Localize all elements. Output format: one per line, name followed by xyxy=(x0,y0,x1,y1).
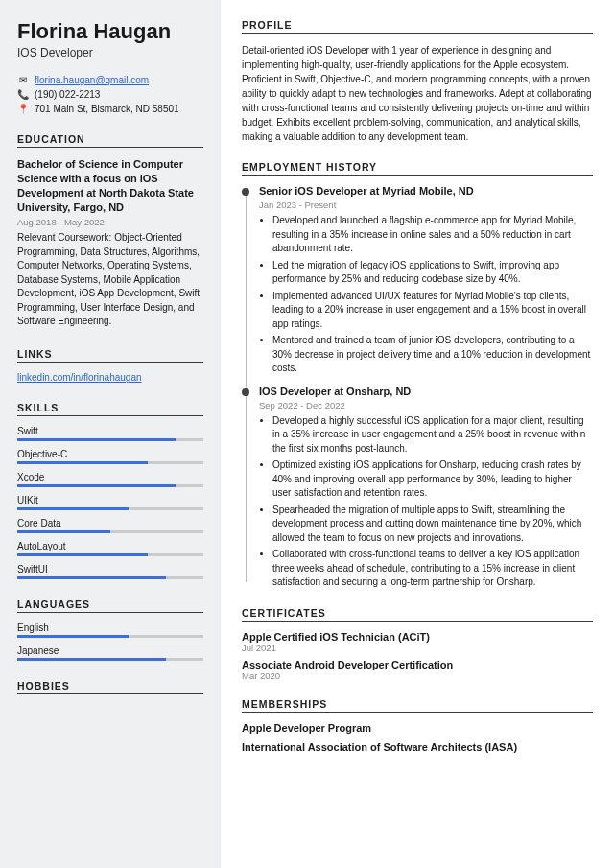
divider xyxy=(242,712,593,713)
heading-links: Links xyxy=(17,348,203,360)
skill-bar-track xyxy=(17,553,203,556)
skill-name: UIKit xyxy=(17,495,203,507)
skill-bar-track xyxy=(17,635,203,638)
skill-name: Xcode xyxy=(17,472,203,484)
profile-section: Profile Detail-oriented iOS Developer wi… xyxy=(242,19,593,144)
skill-bar-track xyxy=(17,658,203,661)
skill-bar-fill xyxy=(17,553,148,556)
timeline-dot-icon xyxy=(242,188,249,196)
email-link[interactable]: florina.haugan@gmail.com xyxy=(35,75,149,85)
heading-education: Education xyxy=(17,133,203,145)
skill-row: AutoLayout xyxy=(17,541,203,556)
job-entry: IOS Developer at Onsharp, NDSep 2022 - D… xyxy=(242,386,593,590)
skill-bar-fill xyxy=(17,438,176,441)
skill-bar-fill xyxy=(17,484,176,487)
job-bullet: Developed and launched a flagship e-comm… xyxy=(272,214,593,256)
skill-row: Xcode xyxy=(17,472,203,487)
skill-bar-fill xyxy=(17,658,166,661)
divider xyxy=(17,147,203,148)
certificate-title: Associate Android Developer Certificatio… xyxy=(242,659,593,670)
divider xyxy=(17,415,203,416)
skill-name: English xyxy=(17,622,203,635)
skill-bar-fill xyxy=(17,507,129,510)
contact-phone-row: 📞 (190) 022-2213 xyxy=(17,89,203,100)
job-title: Senior iOS Developer at Myriad Mobile, N… xyxy=(259,185,593,197)
heading-certificates: Certificates xyxy=(242,607,593,619)
job-dates: Sep 2022 - Dec 2022 xyxy=(259,400,593,411)
skill-name: Swift xyxy=(17,426,203,438)
skill-name: Japanese xyxy=(17,645,203,658)
skill-row: Objective-C xyxy=(17,449,203,464)
job-dates: Jan 2023 - Present xyxy=(259,199,593,210)
skill-bar-track xyxy=(17,576,203,579)
skill-bar-track xyxy=(17,484,203,487)
education-body: Relevant Coursework: Object-Oriented Pro… xyxy=(17,231,203,329)
skills-list: SwiftObjective-CXcodeUIKitCore DataAutoL… xyxy=(17,426,203,579)
heading-profile: Profile xyxy=(242,19,593,31)
profile-text: Detail-oriented iOS Developer with 1 yea… xyxy=(242,43,593,144)
job-title: IOS Developer at Onsharp, ND xyxy=(259,386,593,397)
job-bullet: Spearheaded the migration of multiple ap… xyxy=(272,504,593,546)
skill-row: Swift xyxy=(17,426,203,441)
certificate-title: Apple Certified iOS Technician (ACiT) xyxy=(242,631,593,643)
membership-item: Apple Developer Program xyxy=(242,722,593,734)
skill-bar-fill xyxy=(17,530,110,533)
skill-name: Core Data xyxy=(17,518,203,530)
heading-languages: Languages xyxy=(17,598,203,610)
job-entry: Senior iOS Developer at Myriad Mobile, N… xyxy=(242,185,593,376)
divider xyxy=(17,612,203,613)
skill-name: Objective-C xyxy=(17,449,203,461)
heading-hobbies: Hobbies xyxy=(17,680,203,692)
skill-bar-fill xyxy=(17,576,166,579)
sidebar: Florina Haugan IOS Developer ✉ florina.h… xyxy=(0,0,221,868)
employment-section: Employment History Senior iOS Developer … xyxy=(242,161,593,590)
divider xyxy=(242,175,593,176)
divider xyxy=(242,33,593,34)
heading-memberships: Memberships xyxy=(242,698,593,710)
memberships-section: Memberships Apple Developer ProgramInter… xyxy=(242,698,593,753)
skill-row: English xyxy=(17,622,203,638)
job-bullet: Collaborated with cross-functional teams… xyxy=(272,548,593,590)
heading-skills: Skills xyxy=(17,402,203,413)
skill-bar-track xyxy=(17,530,203,533)
person-role: IOS Developer xyxy=(17,46,203,59)
languages-list: EnglishJapanese xyxy=(17,622,203,661)
phone-icon: 📞 xyxy=(17,89,29,100)
main-column: Profile Detail-oriented iOS Developer wi… xyxy=(221,0,614,868)
email-icon: ✉ xyxy=(17,75,29,85)
job-bullet: Implemented advanced UI/UX features for … xyxy=(272,290,593,332)
job-bullet: Mentored and trained a team of junior iO… xyxy=(272,334,593,376)
divider xyxy=(17,693,203,694)
phone-text: (190) 022-2213 xyxy=(35,89,100,100)
address-text: 701 Main St, Bismarck, ND 58501 xyxy=(35,104,179,114)
skill-name: AutoLayout xyxy=(17,541,203,553)
certificates-section: Certificates Apple Certified iOS Technic… xyxy=(242,607,593,681)
education-dates: Aug 2018 - May 2022 xyxy=(17,217,203,227)
skill-bar-track xyxy=(17,438,203,441)
pin-icon: 📍 xyxy=(17,104,29,114)
skill-row: Japanese xyxy=(17,645,203,661)
job-bullet: Led the migration of legacy iOS applicat… xyxy=(272,259,593,287)
divider xyxy=(17,362,203,363)
employment-timeline: Senior iOS Developer at Myriad Mobile, N… xyxy=(242,185,593,590)
timeline-dot-icon xyxy=(242,388,249,396)
person-name: Florina Haugan xyxy=(17,19,203,44)
contact-address-row: 📍 701 Main St, Bismarck, ND 58501 xyxy=(17,104,203,114)
education-title: Bachelor of Science in Computer Science … xyxy=(17,157,203,214)
skill-row: Core Data xyxy=(17,518,203,533)
certificate-date: Mar 2020 xyxy=(242,670,593,681)
certificate-date: Jul 2021 xyxy=(242,643,593,653)
job-bullets: Developed and launched a flagship e-comm… xyxy=(272,214,593,376)
skill-bar-track xyxy=(17,507,203,510)
linkedin-link[interactable]: linkedin.com/in/florinahaugan xyxy=(17,372,142,383)
skill-row: SwiftUI xyxy=(17,564,203,579)
job-bullet: Optimized existing iOS applications for … xyxy=(272,458,593,501)
contact-email-row: ✉ florina.haugan@gmail.com xyxy=(17,75,203,85)
membership-item: International Association of Software Ar… xyxy=(242,741,593,753)
skill-bar-fill xyxy=(17,635,129,638)
skill-name: SwiftUI xyxy=(17,564,203,576)
job-bullet: Developed a highly successful iOS applic… xyxy=(272,414,593,457)
skill-bar-track xyxy=(17,461,203,464)
skill-row: UIKit xyxy=(17,495,203,510)
job-bullets: Developed a highly successful iOS applic… xyxy=(272,414,593,590)
